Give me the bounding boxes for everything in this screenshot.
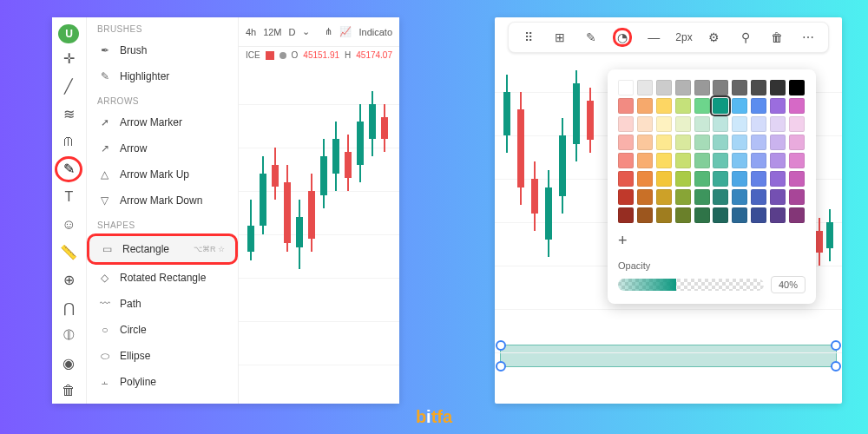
magnet-icon[interactable]: ⋂ xyxy=(55,295,82,321)
text-icon[interactable]: T xyxy=(55,184,82,210)
color-swatch[interactable] xyxy=(694,189,710,205)
color-swatch[interactable] xyxy=(637,153,653,168)
color-swatch[interactable] xyxy=(770,98,786,114)
indicators-icon[interactable]: 📈 xyxy=(339,26,352,37)
color-swatch[interactable] xyxy=(675,153,691,168)
color-swatch[interactable] xyxy=(751,98,766,114)
color-swatch[interactable] xyxy=(713,153,728,168)
color-swatch[interactable] xyxy=(751,171,766,187)
color-swatch[interactable] xyxy=(618,189,634,205)
chevron-down-icon[interactable]: ⌄ xyxy=(302,26,310,37)
color-swatch[interactable] xyxy=(789,171,805,187)
brush-tool-icon[interactable]: ✎ xyxy=(55,156,82,182)
color-swatch[interactable] xyxy=(618,135,634,150)
delete-icon[interactable]: 🗑 xyxy=(767,28,786,47)
user-avatar[interactable]: U xyxy=(58,24,79,43)
more-icon[interactable]: ⋯ xyxy=(799,28,818,47)
color-swatch[interactable] xyxy=(713,189,728,205)
color-swatch[interactable] xyxy=(618,153,634,168)
color-swatch[interactable] xyxy=(770,80,786,95)
color-swatch[interactable] xyxy=(618,171,634,187)
color-swatch[interactable] xyxy=(694,171,710,187)
menu-rotated-rectangle[interactable]: ◇Rotated Rectangle xyxy=(87,265,238,291)
color-swatch[interactable] xyxy=(675,80,691,95)
color-swatch[interactable] xyxy=(751,80,766,95)
color-swatch[interactable] xyxy=(713,116,728,132)
color-swatch[interactable] xyxy=(732,80,747,95)
border-color-icon[interactable]: ✎ xyxy=(582,28,601,47)
color-swatch[interactable] xyxy=(732,116,747,132)
trendline-icon[interactable]: ╱ xyxy=(55,73,82,99)
color-swatch[interactable] xyxy=(789,135,805,150)
color-swatch[interactable] xyxy=(618,98,634,114)
menu-polyline[interactable]: ⫠Polyline xyxy=(87,369,238,395)
color-swatch[interactable] xyxy=(789,98,805,114)
drag-handle-icon[interactable]: ⠿ xyxy=(519,28,538,47)
color-swatch[interactable] xyxy=(770,171,786,187)
indicators-label[interactable]: Indicato xyxy=(358,27,392,37)
menu-circle[interactable]: ○Circle xyxy=(87,317,238,343)
color-swatch[interactable] xyxy=(694,153,710,168)
color-swatch[interactable] xyxy=(751,116,766,132)
color-swatch[interactable] xyxy=(656,153,672,168)
color-swatch[interactable] xyxy=(732,189,747,205)
menu-ellipse[interactable]: ⬭Ellipse xyxy=(87,343,238,369)
color-swatch[interactable] xyxy=(656,116,672,132)
menu-arrow-down[interactable]: ▽Arrow Mark Down xyxy=(87,187,238,214)
candle-type-icon[interactable]: ⋔ xyxy=(325,26,332,37)
color-swatch[interactable] xyxy=(713,207,728,223)
resize-handle[interactable] xyxy=(831,340,841,351)
opacity-slider[interactable] xyxy=(618,279,764,291)
emoji-icon[interactable]: ☺ xyxy=(55,212,82,238)
unlock-icon[interactable]: ⚲ xyxy=(736,28,755,47)
color-swatch[interactable] xyxy=(694,135,710,150)
color-swatch[interactable] xyxy=(694,207,710,223)
color-swatch[interactable] xyxy=(770,153,786,168)
settings-icon[interactable]: ⚙ xyxy=(705,28,724,47)
color-swatch[interactable] xyxy=(637,171,653,187)
crosshair-icon[interactable]: ✛ xyxy=(55,45,82,71)
color-swatch[interactable] xyxy=(637,135,653,150)
color-swatch[interactable] xyxy=(770,135,786,150)
menu-highlighter[interactable]: ✎Highlighter xyxy=(87,63,238,89)
color-swatch[interactable] xyxy=(656,207,672,223)
color-swatch[interactable] xyxy=(675,116,691,132)
color-swatch[interactable] xyxy=(713,135,728,150)
color-swatch[interactable] xyxy=(656,135,672,150)
menu-arrow-marker[interactable]: ➚Arrow Marker xyxy=(87,109,238,135)
fill-color-icon[interactable]: ◔ xyxy=(613,28,632,47)
visibility-icon[interactable]: ◉ xyxy=(55,350,82,376)
color-swatch[interactable] xyxy=(618,207,634,223)
color-swatch[interactable] xyxy=(675,135,691,150)
lock-icon[interactable]: ⦷ xyxy=(55,322,82,348)
color-swatch[interactable] xyxy=(789,80,805,95)
color-swatch[interactable] xyxy=(770,116,786,132)
color-swatch[interactable] xyxy=(656,189,672,205)
color-swatch[interactable] xyxy=(732,135,747,150)
color-swatch[interactable] xyxy=(751,153,766,168)
color-swatch[interactable] xyxy=(637,189,653,205)
color-swatch[interactable] xyxy=(637,116,653,132)
menu-arrow-up[interactable]: △Arrow Mark Up xyxy=(87,161,238,187)
color-swatch[interactable] xyxy=(637,80,653,95)
color-swatch[interactable] xyxy=(751,207,766,223)
color-swatch[interactable] xyxy=(694,98,710,114)
color-swatch[interactable] xyxy=(694,80,710,95)
color-swatch[interactable] xyxy=(675,189,691,205)
color-swatch[interactable] xyxy=(789,153,805,168)
resize-handle[interactable] xyxy=(831,361,841,372)
color-swatch[interactable] xyxy=(770,189,786,205)
ruler-icon[interactable]: 📏 xyxy=(55,240,82,266)
color-swatch[interactable] xyxy=(789,207,805,223)
color-swatch[interactable] xyxy=(789,116,805,132)
color-swatch[interactable] xyxy=(656,98,672,114)
color-swatch[interactable] xyxy=(732,171,747,187)
menu-path[interactable]: 〰Path xyxy=(87,291,238,317)
color-swatch[interactable] xyxy=(789,189,805,205)
add-color-button[interactable]: + xyxy=(618,232,806,250)
drawn-rectangle[interactable] xyxy=(500,345,837,367)
tf-4h[interactable]: 4h xyxy=(246,27,256,37)
color-swatch[interactable] xyxy=(713,98,728,114)
color-swatch[interactable] xyxy=(656,80,672,95)
color-swatch[interactable] xyxy=(675,171,691,187)
